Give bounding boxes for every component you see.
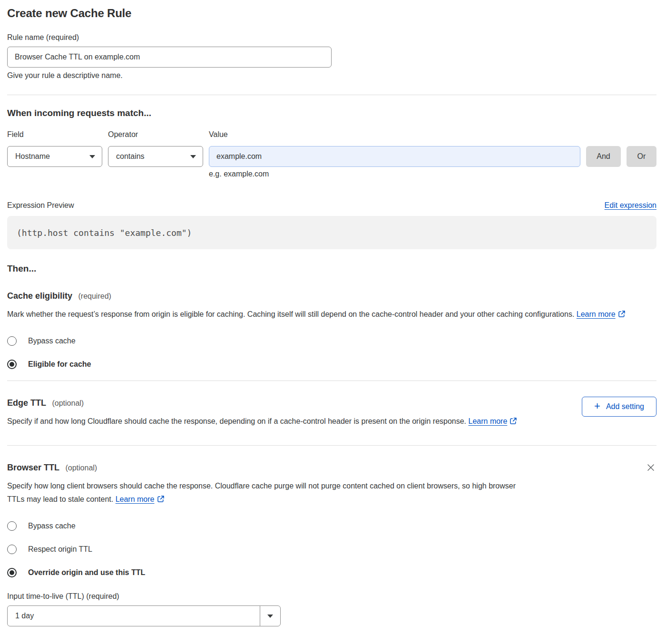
browser-ttl-description-text: Specify how long client browsers should … [7,482,516,503]
browser-ttl-learn-more-link[interactable]: Learn more [116,495,155,503]
expression-code-block: (http.host contains "example.com") [7,216,656,249]
field-label: Field [7,130,102,139]
external-link-icon [157,494,165,507]
radio-label: Bypass cache [28,337,76,345]
rule-name-group: Rule name (required) Give your rule a de… [7,33,656,80]
rule-name-input[interactable] [7,47,332,68]
or-button[interactable]: Or [627,146,656,167]
ttl-select[interactable]: 1 day [7,605,281,626]
remove-browser-ttl-button[interactable] [645,462,656,475]
ttl-input-group: Input time-to-live (TTL) (required) 1 da… [7,592,656,626]
browser-ttl-section: Browser TTL (optional) Specify how long … [7,446,656,626]
field-select-value: Hostname [15,152,50,161]
edit-expression-link[interactable]: Edit expression [605,201,656,210]
value-helper: e.g. example.com [209,170,580,178]
cache-eligibility-radio-group: Bypass cache Eligible for cache [7,336,656,369]
expression-preview-row: Expression Preview Edit expression [7,201,656,210]
add-setting-label: Add setting [606,402,644,411]
radio-icon [7,521,17,531]
operator-label: Operator [108,130,203,139]
field-select[interactable]: Hostname [7,146,102,167]
rule-name-label: Rule name (required) [7,33,656,42]
cache-eligibility-description: Mark whether the request’s response from… [7,308,647,322]
page-title: Create new Cache Rule [7,7,656,20]
divider [7,95,656,95]
cache-eligibility-description-text: Mark whether the request’s response from… [7,310,574,318]
chevron-down-icon [190,155,196,158]
rule-name-helper: Give your rule a descriptive name. [7,71,656,80]
chevron-down-icon [267,615,273,618]
chevron-down-icon [89,155,95,158]
close-icon [646,463,656,472]
ttl-label: Input time-to-live (TTL) (required) [7,592,656,601]
edge-ttl-title: Edge TTL [7,398,46,408]
radio-icon [7,545,17,554]
expression-code: (http.host contains "example.com") [17,228,192,238]
edge-ttl-section: Edge TTL (optional) Specify if and how l… [7,381,656,429]
create-cache-rule-form: Create new Cache Rule Rule name (require… [0,0,666,636]
operator-select[interactable]: contains [108,146,203,167]
radio-label: Respect origin TTL [28,545,92,554]
radio-icon [7,336,17,346]
radio-icon [7,360,17,369]
external-link-icon [509,416,517,429]
browser-ttl-radio-group: Bypass cache Respect origin TTL Override… [7,521,656,577]
then-heading: Then... [7,263,656,274]
match-heading: When incoming requests match... [7,108,656,118]
expression-preview-label: Expression Preview [7,201,74,210]
browser-ttl-description: Specify how long client browsers should … [7,479,526,507]
match-condition-row: Field Operator Value Hostname contains A… [7,130,656,178]
plus-icon: + [594,401,600,411]
required-badge: (required) [78,292,111,300]
edge-ttl-description-text: Specify if and how long Cloudflare shoul… [7,417,466,425]
radio-browser-bypass-cache[interactable]: Bypass cache [7,521,656,531]
optional-badge: (optional) [52,399,84,407]
radio-icon [7,568,17,577]
radio-bypass-cache[interactable]: Bypass cache [7,336,656,346]
cache-eligibility-section: Cache eligibility (required) Mark whethe… [7,291,656,369]
and-button[interactable]: And [586,146,621,167]
radio-label: Override origin and use this TTL [28,568,145,577]
value-input[interactable] [209,146,580,167]
cache-eligibility-title: Cache eligibility [7,291,72,301]
edge-ttl-description: Specify if and how long Cloudflare shoul… [7,415,530,429]
radio-eligible-for-cache[interactable]: Eligible for cache [7,360,656,369]
radio-label: Eligible for cache [28,360,91,369]
browser-ttl-title: Browser TTL [7,463,59,472]
radio-label: Bypass cache [28,522,76,530]
operator-select-value: contains [116,152,145,161]
external-link-icon [618,309,626,322]
ttl-select-arrow[interactable] [260,606,280,626]
optional-badge: (optional) [65,464,97,472]
cache-eligibility-learn-more-link[interactable]: Learn more [577,310,616,318]
radio-respect-origin-ttl[interactable]: Respect origin TTL [7,545,656,554]
edge-ttl-learn-more-link[interactable]: Learn more [469,417,508,425]
radio-override-origin-ttl[interactable]: Override origin and use this TTL [7,568,656,577]
ttl-select-value: 1 day [8,606,260,626]
value-label: Value [209,130,656,139]
add-setting-button[interactable]: + Add setting [582,397,656,417]
